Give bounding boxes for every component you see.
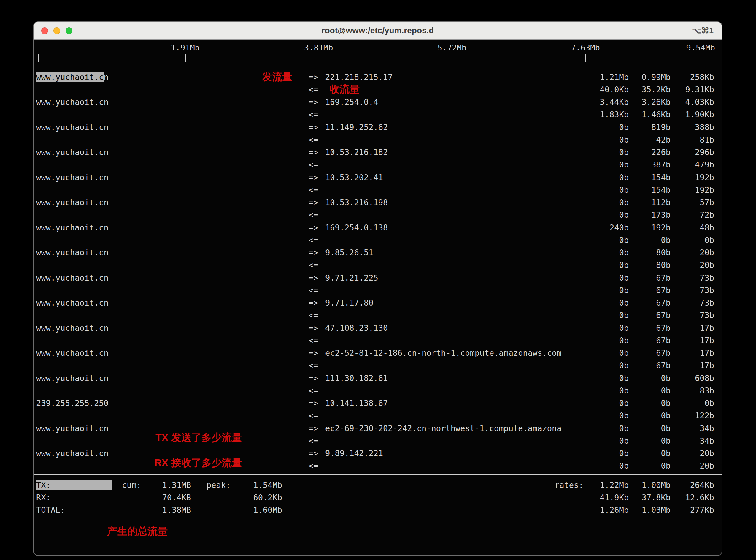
arrow-right-icon: =>: [309, 323, 325, 333]
connection-rx-line: <= 0b 0b 0b: [34, 234, 722, 246]
remote-host: 221.218.215.17: [325, 73, 393, 82]
annotation-rx-flow: 收流量: [329, 83, 360, 96]
local-host: www.yuchaoit.cn: [36, 449, 109, 458]
minimize-button[interactable]: [54, 27, 60, 34]
peer-cell: => 9.71.21.225: [309, 273, 584, 282]
desktop: root@www:/etc/yum.repos.d ⌥⌘1 1.91Mb 3.8…: [0, 0, 756, 560]
peer-cell: <=: [309, 260, 584, 269]
tx-rate-10s: 0.99Mb: [629, 73, 671, 82]
peer-cell: <=: [309, 185, 584, 195]
arrow-left-icon: <=: [309, 85, 325, 94]
rx-rate-10s: 0b: [629, 386, 671, 395]
local-host: www.yuchaoit.cn: [36, 348, 109, 358]
rates-label: rates:: [554, 480, 584, 489]
terminal-content[interactable]: 1.91Mb 3.81Mb 5.72Mb 7.63Mb 9.54Mb www.y…: [34, 40, 722, 538]
tx-rate-10s: 67b: [629, 298, 671, 307]
arrow-right-icon: =>: [309, 198, 325, 207]
connection-tx-line: www.yuchaoit.cn => 111.30.182.61 0b 0b 6…: [34, 372, 722, 384]
arrow-right-icon: =>: [309, 348, 325, 358]
rx-rate-40s: 81b: [671, 135, 714, 144]
tx-rate-40s: 0b: [671, 398, 714, 408]
tx-rate-2s: 0b: [584, 348, 629, 358]
scale-label: 7.63Mb: [571, 43, 600, 52]
local-host: www.yuchaoit.cn: [36, 223, 109, 232]
tx-rate-40s: 73b: [671, 273, 714, 282]
local-host-cell: www.yuchaoit.cn: [36, 298, 309, 307]
remote-host: ec2-69-230-202-242.cn-northwest-1.comput…: [325, 424, 562, 433]
tx-rate-10s: 112b: [629, 198, 671, 207]
bandwidth-scale: 1.91Mb 3.81Mb 5.72Mb 7.63Mb 9.54Mb: [34, 40, 721, 62]
local-host-cell: TX 发送了多少流量: [36, 434, 309, 447]
scale-tick: [319, 54, 319, 62]
rx-rate-40s: 20b: [671, 461, 714, 470]
scale-label: 1.91Mb: [171, 43, 200, 52]
rx-rate-40s: 34b: [671, 436, 714, 445]
tx-rate-10s: 154b: [629, 173, 671, 182]
rx-rate-40s: 20b: [671, 260, 714, 269]
connection-tx-line: www.yuchaoit.cn => 47.108.23.130 0b 67b …: [34, 322, 722, 334]
rx-rates-40s: 12.6Kb: [671, 493, 714, 502]
rx-rate-10s: 67b: [629, 311, 671, 320]
tx-rate-10s: 192b: [629, 223, 671, 232]
peer-cell: => 221.218.215.17: [309, 73, 584, 82]
tx-label-selected: TX:: [36, 480, 112, 489]
scale-label: 9.54Mb: [686, 43, 715, 52]
arrow-left-icon: <=: [309, 110, 325, 119]
peer-cell: => 9.89.142.221: [309, 449, 584, 458]
peer-cell: <=: [309, 311, 584, 320]
arrow-right-icon: =>: [309, 248, 325, 257]
tx-rate-2s: 0b: [584, 374, 629, 383]
arrow-left-icon: <=: [309, 236, 325, 245]
local-host: www.yuchaoit.cn: [36, 323, 109, 333]
peer-cell: => 9.85.26.51: [309, 248, 584, 257]
tx-rate-40s: 608b: [671, 374, 714, 383]
peer-cell: => 11.149.252.62: [309, 123, 584, 132]
arrow-right-icon: =>: [309, 273, 325, 282]
remote-host: 9.85.26.51: [325, 248, 374, 257]
rx-rate-2s: 0b: [584, 461, 629, 470]
rx-rate-10s: 67b: [629, 361, 671, 370]
local-host-cell: www.yuchaoit.cn: [36, 97, 309, 106]
rx-rate-2s: 40.0Kb: [584, 85, 629, 94]
arrow-right-icon: =>: [309, 223, 325, 232]
scale-tick: [585, 54, 586, 62]
remote-host: 169.254.0.138: [325, 223, 388, 232]
zoom-button[interactable]: [66, 27, 72, 34]
local-host-cell: www.yuchaoit.cn: [36, 374, 309, 383]
tx-rate-10s: 67b: [629, 348, 671, 358]
arrow-right-icon: =>: [309, 374, 325, 383]
tx-rate-2s: 0b: [584, 424, 629, 433]
tx-rate-10s: 67b: [629, 323, 671, 333]
arrow-left-icon: <=: [309, 461, 325, 470]
rx-rate-10s: 173b: [629, 210, 671, 219]
connection-rx-line: RX 接收了多少流量 <= 0b 0b 20b: [34, 460, 722, 472]
rx-rate-10s: 0b: [629, 411, 671, 420]
peer-cell: <=: [309, 236, 584, 245]
tx-rate-10s: 0b: [629, 398, 671, 408]
total-peak: 1.60Mb: [232, 505, 282, 515]
arrow-left-icon: <=: [309, 210, 325, 219]
connection-rx-line: <= 0b 67b 17b: [34, 334, 722, 346]
total-rates-2s: 1.26Mb: [584, 505, 629, 515]
peer-cell: <=: [309, 361, 584, 370]
rx-rate-10s: 387b: [629, 160, 671, 169]
arrow-left-icon: <=: [309, 185, 325, 195]
rx-rate-10s: 80b: [629, 260, 671, 269]
rx-rate-2s: 0b: [584, 386, 629, 395]
cum-label: cum:: [122, 480, 144, 489]
local-host: www.yuchaoit.cn: [36, 273, 109, 282]
peer-cell: <=: [309, 386, 584, 395]
local-host-cell: www.yuchaoit.cn: [36, 223, 309, 232]
scale-tick: [185, 54, 186, 62]
titlebar[interactable]: root@www:/etc/yum.repos.d ⌥⌘1: [34, 22, 722, 40]
rx-rate-40s: 192b: [671, 185, 714, 195]
tx-rate-2s: 3.44Kb: [584, 97, 629, 106]
rx-rate-40s: 83b: [671, 386, 714, 395]
total-label: TOTAL:: [36, 505, 122, 515]
close-button[interactable]: [41, 27, 48, 34]
rx-rate-10s: 1.46Kb: [629, 110, 671, 119]
remote-host: 169.254.0.4: [325, 97, 378, 106]
remote-host: 9.71.17.80: [325, 298, 374, 307]
local-host: n: [104, 73, 109, 82]
peer-cell: => 111.30.182.61: [309, 374, 584, 383]
